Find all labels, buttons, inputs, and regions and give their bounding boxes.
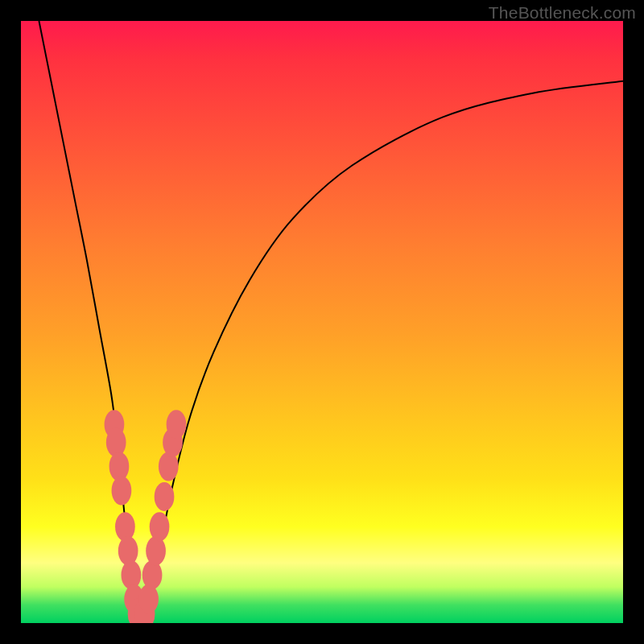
- curve-marker: [155, 482, 175, 511]
- chart-frame: TheBottleneck.com: [0, 0, 644, 644]
- curve-marker: [122, 560, 142, 589]
- curve-marker: [159, 452, 179, 481]
- watermark-text: TheBottleneck.com: [489, 3, 636, 23]
- plot-area: [21, 21, 623, 623]
- curve-marker: [142, 560, 163, 589]
- curve-marker: [150, 512, 170, 541]
- bottleneck-curve: [21, 21, 623, 623]
- curve-marker: [115, 512, 135, 541]
- curve-marker: [118, 536, 138, 565]
- curve-marker: [106, 428, 126, 457]
- curve-markers: [105, 410, 187, 623]
- curve-marker: [146, 536, 166, 565]
- curve-marker: [112, 476, 132, 505]
- curve-marker: [138, 584, 159, 613]
- curve-marker: [167, 410, 187, 439]
